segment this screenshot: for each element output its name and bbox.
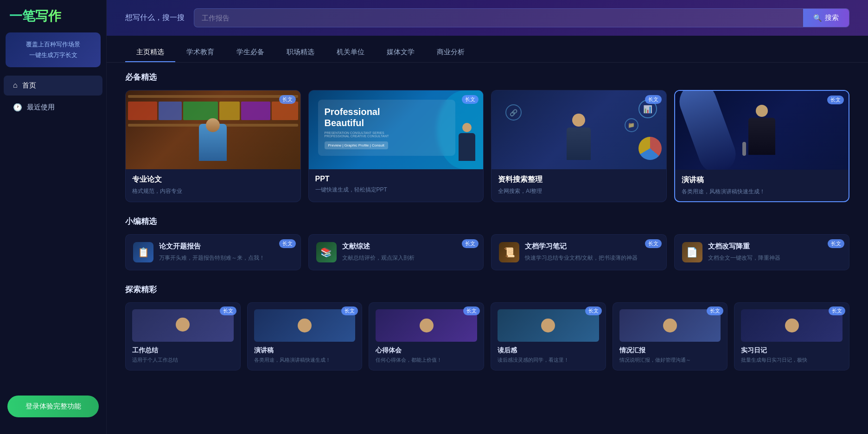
literature-icon: 📚 bbox=[316, 242, 337, 262]
book-review-desc: 读后感没灵感的同学，看这里！ bbox=[498, 357, 599, 364]
sidebar-item-recent[interactable]: 🕐 最近使用 bbox=[4, 97, 102, 117]
explore-speech-badge: 长文 bbox=[341, 306, 358, 315]
notes-desc: 快速学习总结专业文档/文献，把书读薄的神器 bbox=[525, 254, 638, 262]
literature-desc: 文献总结评价，观点深入剖析 bbox=[342, 254, 415, 262]
small-card-rewrite[interactable]: 📄 长文 文档改写降重 文档全文一键改写，降重神器 bbox=[674, 234, 850, 270]
tab-business[interactable]: 商业分析 bbox=[426, 43, 476, 62]
search-icon: 🔍 bbox=[813, 14, 822, 22]
small-card-notes[interactable]: 📜 长文 文档学习笔记 快速学习总结专业文档/文献，把书读薄的神器 bbox=[491, 234, 667, 270]
sidebar-banner: 覆盖上百种写作场景 一键生成万字长文 bbox=[6, 32, 101, 67]
explore-card-reflection[interactable]: 长文 心得体会 任何心得体会，都能上价值！ bbox=[369, 302, 484, 370]
main-content: 想写什么，搜一搜 🔍 搜索 主页精选 学术教育 学生必备 职场精选 机关单位 媒… bbox=[107, 0, 868, 434]
explore-speech-title: 演讲稿 bbox=[254, 346, 356, 355]
search-btn-label: 搜索 bbox=[825, 13, 839, 22]
rewrite-icon: 📄 bbox=[682, 242, 702, 262]
explore-card-speech[interactable]: 长文 演讲稿 各类用途，风格演讲稿快速生成！ bbox=[247, 302, 363, 370]
literature-title: 文献综述 bbox=[342, 242, 415, 251]
thesis-badge: 长文 bbox=[279, 239, 296, 248]
card-paper-title: 专业论文 bbox=[132, 175, 294, 185]
notes-icon: 📜 bbox=[499, 242, 519, 262]
featured-section-title: 必备精选 bbox=[125, 72, 849, 83]
card-research-title: 资料搜索整理 bbox=[498, 175, 660, 185]
report-badge: 长文 bbox=[707, 306, 723, 315]
work-summary-badge: 长文 bbox=[220, 306, 236, 315]
nav-tabs: 主页精选 学术教育 学生必备 职场精选 机关单位 媒体文学 商业分析 bbox=[107, 36, 868, 63]
small-card-thesis[interactable]: 📋 长文 论文开题报告 万事开头难，开题报告特别难～来，点我！ bbox=[125, 234, 301, 270]
login-button[interactable]: 登录体验完整功能 bbox=[7, 396, 99, 417]
explore-card-work-summary[interactable]: 长文 工作总结 适用于个人工作总结 bbox=[125, 302, 241, 370]
featured-card-research[interactable]: 📊 📁 🔗 长文 资料搜索整理 全网搜索，AI整理 bbox=[491, 90, 667, 202]
clock-icon: 🕐 bbox=[13, 103, 22, 112]
thesis-desc: 万事开头难，开题报告特别难～来，点我！ bbox=[159, 254, 265, 262]
thesis-title: 论文开题报告 bbox=[159, 242, 265, 251]
speech-img bbox=[254, 309, 356, 342]
report-title: 情况汇报 bbox=[619, 346, 721, 355]
reflection-badge: 长文 bbox=[463, 306, 480, 315]
card-paper-desc: 格式规范，内容专业 bbox=[132, 187, 294, 195]
notes-badge: 长文 bbox=[645, 239, 662, 248]
tab-government[interactable]: 机关单位 bbox=[326, 43, 376, 62]
rewrite-badge: 长文 bbox=[828, 239, 844, 248]
explore-card-internship[interactable]: 长文 实习日记 批量生成每日实习日记，极快 bbox=[734, 302, 849, 370]
book-review-img bbox=[498, 309, 599, 342]
sidebar-item-home[interactable]: ⌂ 首页 bbox=[4, 76, 102, 96]
internship-desc: 批量生成每日实习日记，极快 bbox=[741, 357, 842, 364]
book-review-title: 读后感 bbox=[498, 346, 599, 355]
logo: 一笔写作 bbox=[0, 7, 106, 32]
explore-card-book-review[interactable]: 长文 读后感 读后感没灵感的同学，看这里！ bbox=[491, 302, 606, 370]
work-summary-desc: 适用于个人工作总结 bbox=[132, 357, 234, 364]
tab-workplace[interactable]: 职场精选 bbox=[275, 43, 326, 62]
reflection-img bbox=[376, 309, 477, 342]
report-desc: 情况说明汇报，做好管理沟通～ bbox=[619, 357, 721, 364]
card-research-desc: 全网搜索，AI整理 bbox=[498, 187, 660, 195]
explore-section-title: 探索精彩 bbox=[125, 284, 849, 295]
editor-section-title: 小编精选 bbox=[125, 216, 849, 227]
tab-home-featured[interactable]: 主页精选 bbox=[125, 43, 175, 62]
logo-text: 一笔写作 bbox=[9, 9, 61, 23]
banner-line1: 覆盖上百种写作场景 bbox=[13, 39, 93, 50]
home-icon: ⌂ bbox=[13, 81, 18, 89]
tab-academic[interactable]: 学术教育 bbox=[175, 43, 225, 62]
card-research-badge: 长文 bbox=[645, 95, 662, 104]
card-ppt-badge: 长文 bbox=[462, 95, 479, 104]
search-prompt: 想写什么，搜一搜 bbox=[125, 13, 185, 23]
featured-card-ppt[interactable]: ProfessionalBeautiful PRESENTATION CONSU… bbox=[308, 90, 484, 202]
card-paper-badge: 长文 bbox=[279, 95, 296, 104]
sidebar-home-label: 首页 bbox=[22, 81, 36, 90]
card-speech-title: 演讲稿 bbox=[682, 175, 842, 185]
explore-speech-desc: 各类用途，风格演讲稿快速生成！ bbox=[254, 357, 356, 364]
header: 想写什么，搜一搜 🔍 搜索 bbox=[107, 0, 868, 36]
explore-cards-grid: 长文 工作总结 适用于个人工作总结 长文 演讲稿 各类用途，风格演讲稿快速生成！… bbox=[125, 302, 849, 370]
reflection-desc: 任何心得体会，都能上价值！ bbox=[376, 357, 477, 364]
featured-card-speech[interactable]: AI工具 🖼 ✏ 🖊 ✂ ⬜ 💾 ⚙ bbox=[674, 90, 850, 202]
small-card-literature[interactable]: 📚 长文 文献综述 文献总结评价，观点深入剖析 bbox=[308, 234, 484, 270]
content-area: 必备精选 bbox=[107, 63, 868, 434]
work-summary-title: 工作总结 bbox=[132, 346, 234, 355]
internship-badge: 长文 bbox=[829, 306, 845, 315]
search-button[interactable]: 🔍 搜索 bbox=[803, 9, 849, 27]
work-summary-img bbox=[132, 309, 234, 342]
card-speech-desc: 各类用途，风格演讲稿快速生成！ bbox=[682, 188, 842, 196]
tab-student[interactable]: 学生必备 bbox=[225, 43, 275, 62]
internship-img bbox=[741, 309, 842, 342]
internship-title: 实习日记 bbox=[741, 346, 842, 355]
banner-line2: 一键生成万字长文 bbox=[13, 50, 93, 60]
report-img bbox=[619, 309, 721, 342]
thesis-icon: 📋 bbox=[133, 242, 153, 262]
explore-card-report[interactable]: 长文 情况汇报 情况说明汇报，做好管理沟通～ bbox=[613, 302, 728, 370]
rewrite-title: 文档改写降重 bbox=[708, 242, 780, 251]
search-input[interactable] bbox=[194, 9, 803, 26]
notes-title: 文档学习笔记 bbox=[525, 242, 638, 251]
tab-media[interactable]: 媒体文学 bbox=[376, 43, 426, 62]
search-box: 🔍 搜索 bbox=[194, 8, 849, 27]
sidebar: 一笔写作 覆盖上百种写作场景 一键生成万字长文 ⌂ 首页 🕐 最近使用 登录体验… bbox=[0, 0, 107, 434]
featured-card-paper[interactable]: 长文 专业论文 格式规范，内容专业 bbox=[125, 90, 301, 202]
reflection-title: 心得体会 bbox=[376, 346, 477, 355]
card-ppt-title: PPT bbox=[315, 175, 477, 183]
sidebar-recent-label: 最近使用 bbox=[27, 103, 55, 112]
small-cards-grid: 📋 长文 论文开题报告 万事开头难，开题报告特别难～来，点我！ 📚 长文 文献综… bbox=[125, 234, 849, 270]
card-ppt-desc: 一键快速生成，轻松搞定PPT bbox=[315, 186, 477, 194]
featured-cards-grid: 长文 专业论文 格式规范，内容专业 ProfessionalBeautiful … bbox=[125, 90, 849, 202]
card-speech-badge: 长文 bbox=[827, 96, 844, 104]
rewrite-desc: 文档全文一键改写，降重神器 bbox=[708, 254, 780, 262]
